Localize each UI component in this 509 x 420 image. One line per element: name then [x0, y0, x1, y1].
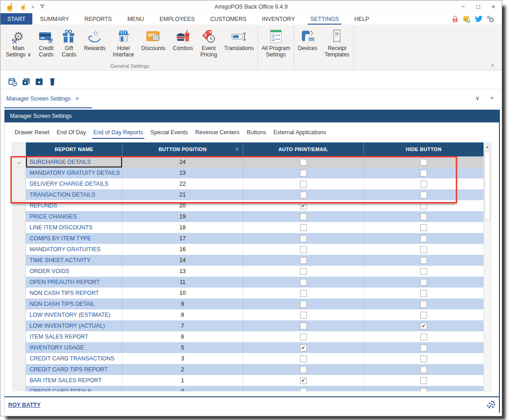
- menu-tab-help[interactable]: HELP: [346, 13, 377, 25]
- button-position-cell[interactable]: 23: [122, 167, 243, 178]
- report-name-cell[interactable]: SURCHARGE DETAILS: [26, 157, 122, 167]
- button-position-cell[interactable]: 17: [122, 233, 243, 244]
- report-name-cell[interactable]: BAR ITEM SALES REPORT: [26, 375, 122, 386]
- hide-button-checkbox[interactable]: [420, 170, 427, 177]
- table-row[interactable]: CREDIT CARD TOTALS0: [12, 386, 491, 391]
- ribbon-item-translations[interactable]: Translations: [221, 25, 258, 63]
- button-position-cell[interactable]: 8: [122, 309, 243, 320]
- customize-toolbar-icon[interactable]: [40, 3, 45, 11]
- table-row[interactable]: TIME SHEET ACTIVITY14: [12, 255, 491, 266]
- report-name-cell[interactable]: CREDIT CARD TIPS REPORT: [26, 364, 122, 375]
- report-name-cell[interactable]: TIME SHEET ACTIVITY: [26, 255, 122, 266]
- auto-print-checkbox[interactable]: [300, 279, 307, 286]
- auto-print-checkbox[interactable]: [300, 246, 307, 253]
- calendar-stack-icon[interactable]: [21, 77, 31, 86]
- button-position-cell[interactable]: 16: [122, 244, 243, 255]
- hide-button-checkbox[interactable]: [420, 235, 427, 242]
- auto-print-checkbox[interactable]: [300, 192, 307, 198]
- scrollbar-thumb[interactable]: [484, 152, 490, 220]
- table-row[interactable]: LOW INVENTORY (ACTUAL)7✔: [12, 320, 491, 331]
- user-link[interactable]: ROY BATTY: [8, 402, 41, 408]
- report-name-cell[interactable]: INVENTORY USAGE: [26, 342, 122, 353]
- auto-print-checkbox[interactable]: [300, 334, 307, 340]
- glass-icon[interactable]: [48, 77, 57, 86]
- ribbon-collapse-icon[interactable]: ∧: [491, 62, 494, 68]
- tab-end-of-day-reports[interactable]: End of Day Reports: [93, 129, 143, 139]
- ribbon-item-hotel-interface[interactable]: Hotel Interface: [109, 25, 138, 63]
- button-position-cell[interactable]: 22: [122, 178, 243, 189]
- hide-button-checkbox[interactable]: [420, 246, 427, 253]
- report-name-cell[interactable]: DELIVERY CHARGE DETAILS: [26, 178, 122, 189]
- report-name-cell[interactable]: CREDIT CARD TRANSACTIONS: [26, 353, 122, 364]
- report-name-cell[interactable]: PRICE CHANGES: [26, 211, 122, 222]
- table-row[interactable]: NON CASH TIPS REPORT10: [12, 288, 491, 299]
- hide-button-checkbox[interactable]: [420, 279, 427, 286]
- calendar-clock-icon[interactable]: [8, 77, 17, 86]
- hide-button-checkbox[interactable]: [420, 312, 427, 319]
- scroll-up-arrow[interactable]: ▲: [484, 143, 491, 151]
- report-name-cell[interactable]: REFUNDS: [26, 200, 122, 211]
- menu-tab-employees[interactable]: EMPLOYEES: [152, 13, 203, 25]
- button-position-cell[interactable]: 11: [122, 277, 243, 288]
- button-position-cell[interactable]: 6: [122, 331, 243, 342]
- hide-button-checkbox[interactable]: [420, 334, 427, 340]
- report-name-cell[interactable]: MANDATORY GRATUITY DETAILS: [26, 167, 122, 178]
- maximize-button[interactable]: □: [471, 1, 486, 12]
- chevron-down-icon[interactable]: ∨: [31, 5, 35, 9]
- gears-icon[interactable]: ⚙⚙: [487, 15, 495, 23]
- auto-print-checkbox[interactable]: [300, 388, 307, 392]
- table-row[interactable]: NON CASH TIPS DETAIL9: [12, 299, 491, 309]
- auto-print-checkbox[interactable]: ✔: [300, 202, 307, 209]
- hide-button-checkbox[interactable]: [420, 181, 427, 187]
- auto-print-checkbox[interactable]: [300, 170, 307, 177]
- ribbon-item-event-pricing[interactable]: $Event Pricing: [197, 25, 221, 63]
- button-position-cell[interactable]: 10: [122, 288, 243, 299]
- report-name-cell[interactable]: NON CASH TIPS REPORT: [26, 288, 122, 299]
- report-name-cell[interactable]: ITEM SALES REPORT: [26, 331, 122, 342]
- button-position-cell[interactable]: 7: [122, 320, 243, 331]
- auto-print-checkbox[interactable]: [300, 159, 307, 166]
- ribbon-item-credit-cards[interactable]: ⚒Credit Cards: [35, 25, 57, 63]
- report-name-cell[interactable]: MANDATORY GRATUITIES: [26, 244, 122, 255]
- menu-tab-reports[interactable]: REPORTS: [77, 13, 120, 25]
- button-position-cell[interactable]: 14: [122, 255, 243, 266]
- auto-print-checkbox[interactable]: [300, 323, 307, 329]
- menu-tab-customers[interactable]: CUSTOMERS: [203, 13, 254, 25]
- table-row[interactable]: MANDATORY GRATUITY DETAILS23: [12, 167, 491, 178]
- ribbon-item-combos[interactable]: Combos: [169, 25, 197, 63]
- auto-print-checkbox[interactable]: [300, 257, 307, 264]
- calendar-icon[interactable]: [35, 77, 44, 86]
- report-name-cell[interactable]: LINE ITEM DISCOUNTS: [26, 222, 122, 233]
- hide-button-checkbox[interactable]: [420, 257, 427, 264]
- auto-print-checkbox[interactable]: [300, 268, 307, 275]
- hide-button-checkbox[interactable]: [420, 202, 427, 209]
- button-position-cell[interactable]: 18: [122, 222, 243, 233]
- report-name-cell[interactable]: LOW INVENTORY (ACTUAL): [26, 320, 122, 331]
- report-name-cell[interactable]: TRANSACTION DETAILS: [26, 189, 122, 200]
- twitter-icon[interactable]: [475, 15, 483, 22]
- document-tab-close-icon[interactable]: ×: [76, 96, 79, 102]
- table-row[interactable]: TRANSACTION DETAILS21: [12, 189, 491, 200]
- report-name-cell[interactable]: CREDIT CARD TOTALS: [26, 386, 122, 391]
- auto-print-checkbox[interactable]: ✔: [300, 377, 307, 384]
- table-row[interactable]: PRICE CHANGES19: [12, 211, 491, 222]
- tab-external-applications[interactable]: External Applications: [274, 129, 326, 139]
- vertical-scrollbar[interactable]: ▲: [484, 142, 491, 392]
- tab-revenue-centers[interactable]: Revenue Centers: [195, 129, 239, 139]
- tab-drawer-reset[interactable]: Drawer Reset: [15, 129, 49, 139]
- minimize-button[interactable]: −: [456, 1, 471, 12]
- tab-buttons[interactable]: Buttons: [247, 129, 266, 139]
- hide-button-checkbox[interactable]: [420, 388, 427, 392]
- hide-button-checkbox[interactable]: [420, 224, 427, 231]
- button-position-cell[interactable]: 9: [122, 299, 243, 309]
- menu-tab-inventory[interactable]: INVENTORY: [254, 13, 302, 25]
- auto-print-checkbox[interactable]: [300, 301, 307, 308]
- column-header-report-name[interactable]: REPORT NAME: [26, 142, 122, 157]
- auto-print-checkbox[interactable]: [300, 235, 307, 242]
- auto-print-checkbox[interactable]: [300, 224, 307, 231]
- button-position-cell[interactable]: 0: [122, 386, 243, 391]
- column-header-button-position[interactable]: BUTTON POSITION∨: [122, 142, 243, 157]
- report-name-cell[interactable]: NON CASH TIPS DETAIL: [26, 299, 122, 309]
- lock-icon[interactable]: [452, 15, 458, 23]
- ribbon-item-main-settings[interactable]: ⚙⚒Main Settings ∨: [2, 25, 35, 63]
